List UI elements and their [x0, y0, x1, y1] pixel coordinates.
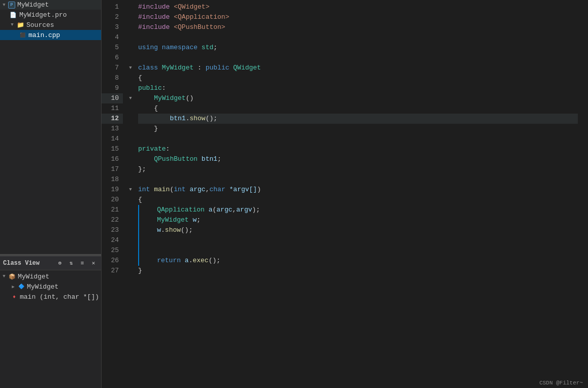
- line-num-18: 18: [102, 174, 123, 185]
- fold-arrow-10[interactable]: ▼: [127, 93, 134, 103]
- line-num-17: 17: [102, 164, 123, 174]
- class-view-panel: Class View ⊕ ⇅ ≡ ✕ ▼ 📦 MyWidget ▶: [0, 256, 101, 388]
- fold-12: [127, 114, 134, 124]
- class-view-header: Class View ⊕ ⇅ ≡ ✕: [0, 256, 101, 270]
- line-num-14: 14: [102, 134, 123, 144]
- cv-tree-item-root[interactable]: ▼ 📦 MyWidget: [0, 271, 101, 281]
- filter-btn[interactable]: ≡: [78, 259, 87, 268]
- cpp-file-icon: ⬛: [18, 31, 26, 39]
- code-line-6: [138, 53, 578, 63]
- line-num-21: 21: [102, 205, 123, 215]
- line-num-12: 12: [102, 114, 123, 124]
- fold-7[interactable]: [127, 2, 134, 12]
- tree-item-main-cpp[interactable]: ⬛ main.cpp: [0, 30, 101, 40]
- line-num-13: 13: [102, 124, 123, 134]
- cv-tree-item-main[interactable]: ♦ main (int, char *[]): [0, 292, 101, 302]
- tree-item-mywidget-root[interactable]: ▼ P MyWidget: [0, 0, 101, 10]
- cv-tree-item-class[interactable]: ▶ 🔷 MyWidget: [0, 281, 101, 292]
- cv-arrow-icon: ▼: [1, 273, 7, 279]
- fold-22: [127, 215, 134, 225]
- fold-arrow-7[interactable]: ▼: [127, 63, 134, 73]
- sources-arrow-icon: ▼: [9, 22, 15, 28]
- code-line-13: }: [138, 124, 578, 134]
- fold-9: [127, 83, 134, 93]
- watermark: CSDN @Filter~: [539, 380, 583, 386]
- fold-14: [127, 134, 134, 144]
- code-lines[interactable]: #include <QWidget> #include <QApplicatio…: [134, 2, 588, 386]
- tree-item-mywidget-pro[interactable]: 📄 MyWidget.pro: [0, 10, 101, 20]
- code-container[interactable]: 1 2 3 4 5 6 7 8 9 10 11 12 13 14 15 16 1…: [102, 0, 588, 388]
- line-num-22: 22: [102, 215, 123, 225]
- sidebar: ▼ P MyWidget 📄 MyWidget.pro ▼ 📁 Sources …: [0, 0, 102, 388]
- code-line-2: #include <QApplication>: [138, 12, 578, 22]
- code-line-19: int main(int argc,char *argv[]): [138, 185, 578, 195]
- cv-fn-icon: ♦: [10, 293, 18, 301]
- code-line-5: using namespace std;: [138, 43, 578, 53]
- code-line-7: class MyWidget : public QWidget: [138, 63, 578, 73]
- code-line-22: MyWidget w;: [138, 215, 578, 225]
- fold-27: [127, 266, 134, 276]
- close-panel-btn[interactable]: ✕: [89, 259, 98, 268]
- code-line-8: {: [138, 73, 578, 83]
- code-line-12: btn1.show();: [138, 114, 578, 124]
- line-num-9: 9: [102, 83, 123, 93]
- project-icon: P: [8, 2, 15, 9]
- fold-23: [127, 225, 134, 235]
- tree-label-sources: Sources: [26, 21, 54, 29]
- line-num-23: 23: [102, 225, 123, 235]
- code-line-9: public:: [138, 83, 578, 93]
- tree-item-sources[interactable]: ▼ 📁 Sources: [0, 20, 101, 30]
- line-num-15: 15: [102, 144, 123, 154]
- line-num-6: 6: [102, 53, 123, 63]
- tree-label-pro: MyWidget.pro: [19, 11, 67, 19]
- fold-gutter: ▼ ▼ ▼: [127, 2, 134, 386]
- code-line-4: [138, 32, 578, 43]
- code-line-21: QApplication a(argc,argv);: [138, 205, 578, 215]
- line-num-3: 3: [102, 22, 123, 32]
- new-class-btn[interactable]: ⊕: [55, 259, 64, 268]
- sort-btn[interactable]: ⇅: [67, 259, 76, 268]
- tree-label-main-cpp: main.cpp: [28, 31, 60, 39]
- fold-blank4: [127, 43, 134, 53]
- code-line-11: {: [138, 103, 578, 114]
- line-num-25: 25: [102, 245, 123, 256]
- code-line-26: return a.exec();: [138, 256, 578, 266]
- code-line-25: [138, 245, 578, 256]
- line-num-8: 8: [102, 73, 123, 83]
- tree-label-mywidget: MyWidget: [17, 1, 49, 9]
- fold-11: [127, 103, 134, 114]
- fold-blank2: [127, 22, 134, 32]
- class-view-content: ▼ 📦 MyWidget ▶ 🔷 MyWidget ♦ main (int, c…: [0, 270, 101, 388]
- code-line-1: #include <QWidget>: [138, 2, 578, 12]
- line-num-16: 16: [102, 154, 123, 164]
- cv-class-arrow-icon: ▶: [10, 284, 16, 290]
- fold-20: [127, 195, 134, 205]
- code-line-14: [138, 134, 578, 144]
- code-line-23: w.show();: [138, 225, 578, 235]
- line-num-26: 26: [102, 256, 123, 266]
- code-line-16: QPushButton btn1;: [138, 154, 578, 164]
- code-line-17: };: [138, 164, 578, 174]
- code-line-24: [138, 235, 578, 245]
- line-num-2: 2: [102, 12, 123, 22]
- code-line-20: {: [138, 195, 578, 205]
- fold-18: [127, 174, 134, 185]
- line-numbers: 1 2 3 4 5 6 7 8 9 10 11 12 13 14 15 16 1…: [102, 2, 127, 386]
- code-line-27: }: [138, 266, 578, 276]
- line-num-4: 4: [102, 32, 123, 43]
- cv-main-label: main (int, char *[]): [20, 293, 99, 301]
- code-line-3: #include <QPushButton>: [138, 22, 578, 32]
- line-num-10: 10: [102, 93, 123, 103]
- code-line-15: private:: [138, 144, 578, 154]
- cv-root-label: MyWidget: [18, 273, 49, 280]
- fold-25: [127, 245, 134, 256]
- code-line-10: MyWidget(): [138, 93, 578, 103]
- fold-13: [127, 124, 134, 134]
- fold-blank: [127, 12, 134, 22]
- line-num-1: 1: [102, 2, 123, 12]
- fold-17: [127, 164, 134, 174]
- fold-26: [127, 256, 134, 266]
- fold-arrow-19[interactable]: ▼: [127, 185, 134, 195]
- fold-blank3: [127, 32, 134, 43]
- folder-icon: 📁: [16, 21, 24, 29]
